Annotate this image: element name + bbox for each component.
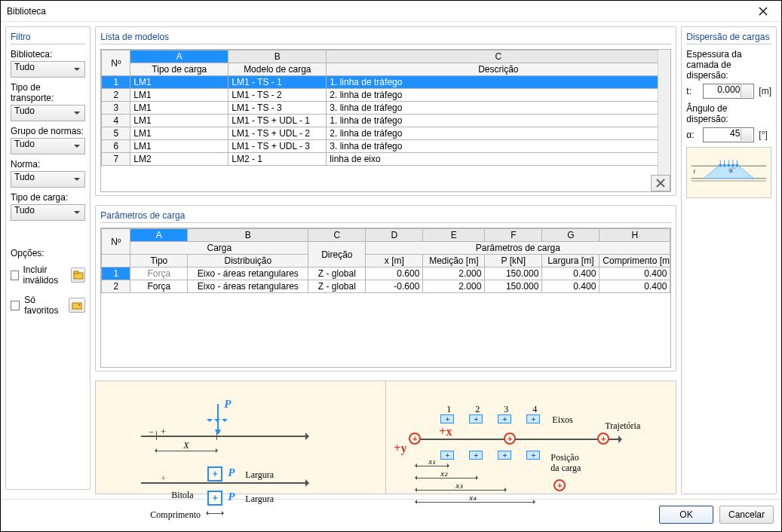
svg-text:t: t <box>694 169 696 174</box>
svg-rect-1 <box>74 271 78 274</box>
folder-star-icon <box>72 301 82 310</box>
svg-text:α: α <box>730 168 733 173</box>
table-row[interactable]: 2ForçaEixo - áreas retangularesZ - globa… <box>102 280 670 293</box>
folder-icon <box>73 271 84 280</box>
tipo-carga-combo[interactable]: Tudo <box>11 204 85 221</box>
button-bar: OK Cancelar <box>1 499 781 531</box>
table-row[interactable]: 1ForçaEixo - áreas retangularesZ - globa… <box>102 268 670 280</box>
table-row[interactable]: 3LM1LM1 - TS - 33. linha de tráfego <box>102 102 670 115</box>
so-favoritos-checkbox[interactable] <box>11 301 20 310</box>
diagram-left: − + P X + + P <box>96 381 385 494</box>
models-scrollbar[interactable] <box>658 50 670 191</box>
ok-button[interactable]: OK <box>659 506 713 524</box>
dispersion-title: Dispersão de cargas <box>686 30 771 44</box>
so-favoritos-label: Só favoritos <box>24 295 69 316</box>
alpha-unit: [°] <box>759 130 767 140</box>
alpha-input[interactable]: 45 <box>703 127 754 142</box>
delete-icon <box>656 179 665 188</box>
t-label: t: <box>686 86 698 96</box>
option-btn-2[interactable] <box>69 298 86 313</box>
diagram-panel: − + P X + + P <box>95 381 676 494</box>
table-row[interactable]: 7LM2LM2 - 1linha de eixo <box>102 153 670 166</box>
content: Filtro Biblioteca: Tudo Tipo de transpor… <box>1 22 781 499</box>
incluir-invalidos-checkbox[interactable] <box>11 271 19 280</box>
norma-label: Norma: <box>11 159 85 170</box>
option-btn-1[interactable] <box>71 268 85 283</box>
grupo-normas-label: Grupo de normas: <box>11 126 85 136</box>
tipo-transporte-label: Tipo de transporte: <box>11 82 85 103</box>
params-grid[interactable]: NºABCDEFGHCargaDireçãoParâmetros de carg… <box>100 228 671 368</box>
table-row[interactable]: 5LM1LM1 - TS + UDL - 22. linha de tráfeg… <box>102 127 670 140</box>
titlebar: Biblioteca <box>1 1 781 22</box>
angle-label: Ângulo de dispersão: <box>686 103 771 124</box>
cancel-button[interactable]: Cancelar <box>719 506 774 524</box>
biblioteca-label: Biblioteca: <box>11 49 85 60</box>
tipo-carga-label: Tipo de carga: <box>11 192 85 203</box>
window-title: Biblioteca <box>7 6 750 17</box>
svg-marker-5 <box>215 430 221 434</box>
svg-rect-2 <box>72 303 81 309</box>
dispersion-diagram: t α <box>686 147 771 198</box>
models-title: Lista de modelos <box>100 30 671 44</box>
svg-marker-9 <box>704 166 753 179</box>
incluir-invalidos-label: Incluir inválidos <box>23 264 71 286</box>
table-row[interactable]: 6LM1LM1 - TS + UDL - 33. linha de tráfeg… <box>102 140 670 153</box>
close-button[interactable] <box>750 3 777 20</box>
models-grid[interactable]: NºABCTipo de cargaModelo de cargaDescriç… <box>100 49 671 192</box>
close-icon <box>759 7 768 16</box>
diagram-right: 1 2 3 4 + + + + Eixos +x +y Trajetória + <box>386 381 676 494</box>
t-unit: [m] <box>759 86 771 96</box>
library-dialog: Biblioteca Filtro Biblioteca: Tudo Tipo … <box>0 0 782 532</box>
dispersion-diagram-icon: t α <box>687 148 771 197</box>
params-title: Parâmetros de carga <box>100 209 671 223</box>
delete-model-button[interactable] <box>651 175 670 191</box>
table-row[interactable]: 2LM1LM1 - TS - 22. linha de tráfego <box>102 89 670 102</box>
table-row[interactable]: 1LM1LM1 - TS - 11. linha de tráfego <box>102 76 670 89</box>
norma-combo[interactable]: Tudo <box>11 171 85 188</box>
biblioteca-combo[interactable]: Tudo <box>11 61 85 78</box>
grupo-normas-combo[interactable]: Tudo <box>11 138 85 154</box>
filter-title: Filtro <box>11 30 85 44</box>
t-input[interactable]: 0.000 <box>703 84 754 99</box>
tipo-transporte-combo[interactable]: Tudo <box>11 105 85 121</box>
alpha-label: α: <box>686 130 698 140</box>
opcoes-label: Opções: <box>11 248 85 258</box>
col-num: Nº <box>102 50 130 76</box>
thickness-label: Espessura da camada de dispersão: <box>686 49 771 81</box>
table-row[interactable]: 4LM1LM1 - TS + UDL - 11. linha de tráfeg… <box>102 115 670 127</box>
